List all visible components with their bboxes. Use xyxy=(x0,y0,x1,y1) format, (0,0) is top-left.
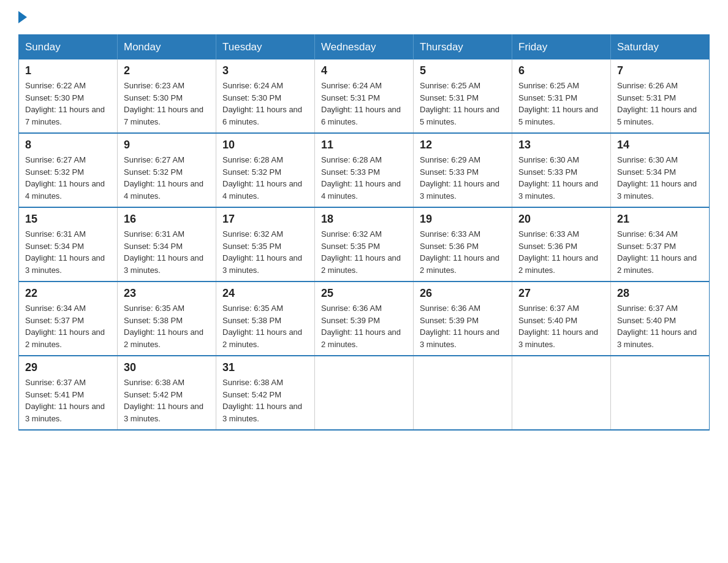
calendar-cell: 26 Sunrise: 6:36 AMSunset: 5:39 PMDaylig… xyxy=(414,282,512,356)
calendar-cell: 8 Sunrise: 6:27 AMSunset: 5:32 PMDayligh… xyxy=(19,133,118,207)
calendar-week-row: 29 Sunrise: 6:37 AMSunset: 5:41 PMDaylig… xyxy=(19,356,710,430)
day-number: 10 xyxy=(222,139,308,151)
day-number: 7 xyxy=(617,64,703,77)
calendar-cell xyxy=(315,356,414,430)
calendar-cell: 2 Sunrise: 6:23 AMSunset: 5:30 PMDayligh… xyxy=(118,59,216,133)
logo xyxy=(18,12,27,23)
day-info: Sunrise: 6:36 AMSunset: 5:39 PMDaylight:… xyxy=(420,302,506,350)
day-info: Sunrise: 6:35 AMSunset: 5:38 PMDaylight:… xyxy=(124,302,210,350)
day-number: 9 xyxy=(124,139,210,151)
calendar-cell xyxy=(512,356,611,430)
day-number: 23 xyxy=(124,287,210,300)
day-number: 8 xyxy=(25,139,111,151)
calendar-header-row: SundayMondayTuesdayWednesdayThursdayFrid… xyxy=(19,35,710,60)
day-number: 13 xyxy=(518,139,604,151)
calendar-cell: 18 Sunrise: 6:32 AMSunset: 5:35 PMDaylig… xyxy=(315,207,414,282)
calendar-cell: 30 Sunrise: 6:38 AMSunset: 5:42 PMDaylig… xyxy=(118,356,216,430)
day-info: Sunrise: 6:37 AMSunset: 5:40 PMDaylight:… xyxy=(518,302,604,350)
day-info: Sunrise: 6:25 AMSunset: 5:31 PMDaylight:… xyxy=(518,80,604,128)
day-info: Sunrise: 6:32 AMSunset: 5:35 PMDaylight:… xyxy=(222,228,308,276)
day-number: 25 xyxy=(321,287,407,300)
calendar-cell: 22 Sunrise: 6:34 AMSunset: 5:37 PMDaylig… xyxy=(19,282,118,356)
day-number: 1 xyxy=(25,64,111,77)
day-info: Sunrise: 6:38 AMSunset: 5:42 PMDaylight:… xyxy=(124,377,210,424)
calendar-table: SundayMondayTuesdayWednesdayThursdayFrid… xyxy=(18,34,710,431)
day-info: Sunrise: 6:30 AMSunset: 5:33 PMDaylight:… xyxy=(518,154,604,202)
day-number: 29 xyxy=(25,361,111,374)
calendar-cell: 19 Sunrise: 6:33 AMSunset: 5:36 PMDaylig… xyxy=(414,207,512,282)
calendar-cell: 9 Sunrise: 6:27 AMSunset: 5:32 PMDayligh… xyxy=(118,133,216,207)
calendar-cell: 28 Sunrise: 6:37 AMSunset: 5:40 PMDaylig… xyxy=(611,282,710,356)
day-number: 20 xyxy=(518,213,604,226)
day-info: Sunrise: 6:37 AMSunset: 5:41 PMDaylight:… xyxy=(25,377,111,424)
calendar-cell: 23 Sunrise: 6:35 AMSunset: 5:38 PMDaylig… xyxy=(118,282,216,356)
day-info: Sunrise: 6:38 AMSunset: 5:42 PMDaylight:… xyxy=(222,377,308,424)
calendar-cell: 31 Sunrise: 6:38 AMSunset: 5:42 PMDaylig… xyxy=(216,356,315,430)
calendar-cell: 1 Sunrise: 6:22 AMSunset: 5:30 PMDayligh… xyxy=(19,59,118,133)
day-number: 18 xyxy=(321,213,407,226)
day-info: Sunrise: 6:29 AMSunset: 5:33 PMDaylight:… xyxy=(420,154,506,202)
day-info: Sunrise: 6:32 AMSunset: 5:35 PMDaylight:… xyxy=(321,228,407,276)
day-number: 26 xyxy=(420,287,506,300)
day-info: Sunrise: 6:31 AMSunset: 5:34 PMDaylight:… xyxy=(124,228,210,276)
header-day-tuesday: Tuesday xyxy=(216,35,315,60)
day-number: 16 xyxy=(124,213,210,226)
day-number: 5 xyxy=(420,64,506,77)
day-info: Sunrise: 6:27 AMSunset: 5:32 PMDaylight:… xyxy=(124,154,210,202)
calendar-cell: 29 Sunrise: 6:37 AMSunset: 5:41 PMDaylig… xyxy=(19,356,118,430)
header-day-saturday: Saturday xyxy=(611,35,710,60)
day-number: 28 xyxy=(617,287,703,300)
calendar-cell: 7 Sunrise: 6:26 AMSunset: 5:31 PMDayligh… xyxy=(611,59,710,133)
header-day-wednesday: Wednesday xyxy=(315,35,414,60)
day-info: Sunrise: 6:31 AMSunset: 5:34 PMDaylight:… xyxy=(25,228,111,276)
calendar-cell: 17 Sunrise: 6:32 AMSunset: 5:35 PMDaylig… xyxy=(216,207,315,282)
calendar-cell xyxy=(611,356,710,430)
logo-arrow-icon xyxy=(18,11,27,23)
calendar-cell: 20 Sunrise: 6:33 AMSunset: 5:36 PMDaylig… xyxy=(512,207,611,282)
day-info: Sunrise: 6:34 AMSunset: 5:37 PMDaylight:… xyxy=(617,228,703,276)
day-number: 31 xyxy=(222,361,308,374)
calendar-cell: 6 Sunrise: 6:25 AMSunset: 5:31 PMDayligh… xyxy=(512,59,611,133)
calendar-cell xyxy=(414,356,512,430)
day-info: Sunrise: 6:34 AMSunset: 5:37 PMDaylight:… xyxy=(25,302,111,350)
calendar-cell: 25 Sunrise: 6:36 AMSunset: 5:39 PMDaylig… xyxy=(315,282,414,356)
day-info: Sunrise: 6:37 AMSunset: 5:40 PMDaylight:… xyxy=(617,302,703,350)
day-info: Sunrise: 6:23 AMSunset: 5:30 PMDaylight:… xyxy=(124,80,210,128)
day-number: 17 xyxy=(222,213,308,226)
calendar-cell: 4 Sunrise: 6:24 AMSunset: 5:31 PMDayligh… xyxy=(315,59,414,133)
calendar-cell: 5 Sunrise: 6:25 AMSunset: 5:31 PMDayligh… xyxy=(414,59,512,133)
day-info: Sunrise: 6:28 AMSunset: 5:32 PMDaylight:… xyxy=(222,154,308,202)
day-info: Sunrise: 6:25 AMSunset: 5:31 PMDaylight:… xyxy=(420,80,506,128)
calendar-cell: 15 Sunrise: 6:31 AMSunset: 5:34 PMDaylig… xyxy=(19,207,118,282)
day-number: 22 xyxy=(25,287,111,300)
header-day-monday: Monday xyxy=(118,35,216,60)
day-number: 3 xyxy=(222,64,308,77)
day-number: 15 xyxy=(25,213,111,226)
day-number: 11 xyxy=(321,139,407,151)
day-info: Sunrise: 6:24 AMSunset: 5:30 PMDaylight:… xyxy=(222,80,308,128)
day-info: Sunrise: 6:33 AMSunset: 5:36 PMDaylight:… xyxy=(420,228,506,276)
calendar-week-row: 8 Sunrise: 6:27 AMSunset: 5:32 PMDayligh… xyxy=(19,133,710,207)
calendar-cell: 14 Sunrise: 6:30 AMSunset: 5:34 PMDaylig… xyxy=(611,133,710,207)
calendar-week-row: 1 Sunrise: 6:22 AMSunset: 5:30 PMDayligh… xyxy=(19,59,710,133)
calendar-cell: 10 Sunrise: 6:28 AMSunset: 5:32 PMDaylig… xyxy=(216,133,315,207)
day-info: Sunrise: 6:24 AMSunset: 5:31 PMDaylight:… xyxy=(321,80,407,128)
calendar-cell: 13 Sunrise: 6:30 AMSunset: 5:33 PMDaylig… xyxy=(512,133,611,207)
day-info: Sunrise: 6:30 AMSunset: 5:34 PMDaylight:… xyxy=(617,154,703,202)
header-day-thursday: Thursday xyxy=(414,35,512,60)
day-info: Sunrise: 6:22 AMSunset: 5:30 PMDaylight:… xyxy=(25,80,111,128)
day-number: 4 xyxy=(321,64,407,77)
day-number: 27 xyxy=(518,287,604,300)
day-info: Sunrise: 6:27 AMSunset: 5:32 PMDaylight:… xyxy=(25,154,111,202)
calendar-cell: 11 Sunrise: 6:28 AMSunset: 5:33 PMDaylig… xyxy=(315,133,414,207)
calendar-cell: 27 Sunrise: 6:37 AMSunset: 5:40 PMDaylig… xyxy=(512,282,611,356)
calendar-cell: 3 Sunrise: 6:24 AMSunset: 5:30 PMDayligh… xyxy=(216,59,315,133)
day-info: Sunrise: 6:36 AMSunset: 5:39 PMDaylight:… xyxy=(321,302,407,350)
calendar-week-row: 15 Sunrise: 6:31 AMSunset: 5:34 PMDaylig… xyxy=(19,207,710,282)
day-info: Sunrise: 6:28 AMSunset: 5:33 PMDaylight:… xyxy=(321,154,407,202)
calendar-week-row: 22 Sunrise: 6:34 AMSunset: 5:37 PMDaylig… xyxy=(19,282,710,356)
day-number: 24 xyxy=(222,287,308,300)
day-number: 12 xyxy=(420,139,506,151)
header-day-sunday: Sunday xyxy=(19,35,118,60)
calendar-cell: 16 Sunrise: 6:31 AMSunset: 5:34 PMDaylig… xyxy=(118,207,216,282)
